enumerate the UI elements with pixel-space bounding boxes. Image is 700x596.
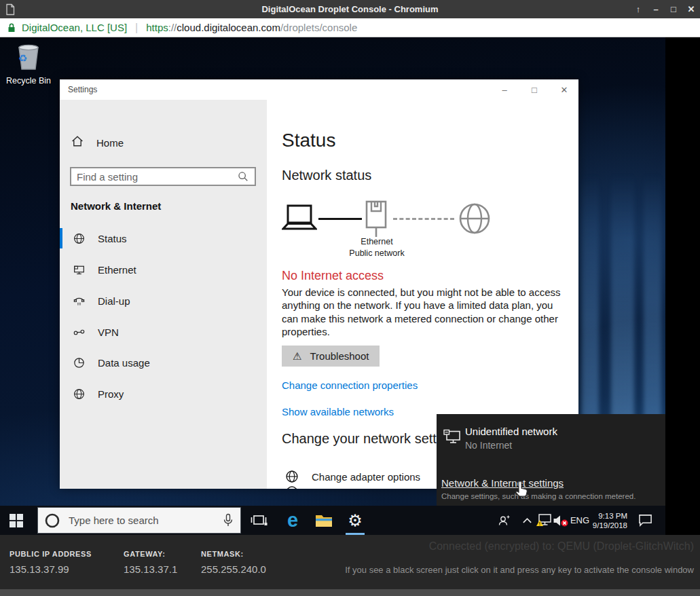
gear-icon: ⚙ (348, 513, 363, 529)
settings-maximize-icon[interactable]: □ (530, 85, 539, 95)
people-tray-button[interactable] (496, 506, 513, 535)
sidebar-item-vpn[interactable]: VPN (60, 320, 267, 343)
console-letterbox (665, 37, 700, 535)
sidebar-item-data-usage[interactable]: Data usage (60, 351, 267, 374)
keep-on-top-icon[interactable]: ↑ (633, 4, 643, 14)
clipped-item-label: Sharing options (312, 487, 382, 489)
sidebar-item-ethernet[interactable]: Ethernet (60, 258, 267, 281)
volume-tray-button[interactable] (551, 506, 570, 535)
clock-date: 9/19/2018 (593, 521, 627, 530)
laptop-icon (282, 204, 317, 234)
edge-browser-button[interactable]: e (277, 506, 308, 535)
data-usage-pie-icon (72, 356, 86, 369)
show-available-networks-link[interactable]: Show available networks (282, 406, 394, 417)
selected-accent-bar (60, 228, 62, 248)
recycle-bin-icon (4, 41, 53, 73)
sidebar-home-label: Home (96, 137, 124, 149)
home-icon (71, 134, 84, 151)
browser-urlbar[interactable]: DigitalOcean, LLC [US] | https://cloud.d… (0, 18, 700, 37)
url-slashes: :// (168, 22, 177, 33)
mouse-cursor-hand (515, 480, 530, 501)
clock[interactable]: 9:13 PM 9/19/2018 (589, 506, 627, 535)
search-icon[interactable] (237, 170, 249, 183)
action-center-icon (638, 513, 653, 527)
network-status-diagram (282, 199, 491, 238)
flyout-settings-hint: Change settings, such as making a connec… (441, 492, 635, 500)
url-scheme: https (146, 22, 168, 33)
tray-overflow-button[interactable] (519, 506, 535, 535)
sidebar-section-label: Network & Internet (71, 200, 161, 212)
settings-minimize-icon[interactable]: – (500, 85, 509, 95)
diagram-network-type: Public network (323, 248, 431, 258)
lock-icon (7, 22, 16, 33)
clipped-next-settings-item[interactable]: Sharing options (284, 485, 382, 489)
start-button[interactable] (0, 506, 33, 535)
change-adapter-options-item[interactable]: Change adapter options (284, 469, 420, 484)
cortana-icon[interactable] (44, 513, 60, 529)
speaker-muted-icon (552, 514, 570, 527)
network-internet-settings-link[interactable]: Network & Internet settings (441, 477, 564, 489)
change-connection-properties-link[interactable]: Change connection properties (282, 379, 418, 391)
troubleshoot-label: Troubleshoot (310, 350, 369, 362)
network-tray-button[interactable] (535, 506, 553, 535)
adapter-globe-icon (284, 469, 299, 484)
recycle-arrows-icon: ♻ (18, 52, 27, 64)
recycle-bin-label: Recycle Bin (4, 76, 53, 86)
sidebar-item-home[interactable]: Home (71, 134, 124, 151)
people-icon (497, 513, 512, 528)
dialup-phone-icon (72, 295, 86, 308)
sidebar-dialup-label: Dial-up (98, 295, 130, 307)
settings-app-button[interactable]: ⚙ (339, 506, 371, 535)
console-footer: PUBLIC IP ADDRESS 135.13.37.99 GATEWAY: … (0, 535, 700, 589)
settings-window-title: Settings (68, 85, 97, 94)
sidebar-item-dialup[interactable]: Dial-up (60, 289, 267, 312)
settings-search-box[interactable] (70, 167, 256, 186)
diagram-connection-name: Ethernet (323, 237, 431, 246)
netmask-label: NETMASK: (201, 550, 244, 558)
sharing-icon (284, 485, 299, 489)
settings-sidebar: Home Network & Internet S (60, 100, 267, 489)
microphone-icon[interactable] (223, 513, 234, 529)
troubleshoot-button[interactable]: ⚠ Troubleshoot (282, 346, 380, 367)
sidebar-status-label: Status (98, 233, 127, 244)
ev-certificate-org[interactable]: DigitalOcean, LLC [US] (22, 22, 127, 33)
status-globe-icon (72, 232, 86, 245)
urlbar-separator: | (135, 22, 138, 34)
change-network-settings-heading: Change your network settings (282, 431, 462, 447)
ethernet-icon (72, 263, 86, 276)
console-hint-text: If you see a black screen just click on … (345, 565, 694, 575)
sidebar-data-usage-label: Data usage (98, 357, 150, 369)
language-indicator[interactable]: ENG (569, 506, 591, 535)
windows-logo-icon (10, 514, 23, 527)
flyout-network-status: No Internet (465, 440, 512, 451)
task-view-button[interactable] (243, 506, 274, 535)
page-icon (5, 3, 15, 18)
minimize-icon[interactable]: – (651, 4, 661, 14)
maximize-icon[interactable]: □ (669, 4, 678, 14)
settings-close-icon[interactable]: ✕ (559, 85, 569, 95)
taskbar-search-input[interactable] (60, 515, 223, 526)
browser-titlebar: DigitalOcean Droplet Console - Chromium … (0, 0, 700, 18)
sidebar-item-status[interactable]: Status (60, 227, 267, 250)
ethernet-port-icon (363, 199, 389, 238)
gateway-value: 135.13.37.1 (124, 563, 177, 575)
close-icon[interactable]: ✕ (686, 4, 696, 14)
connection-line (318, 218, 362, 220)
clock-time: 9:13 PM (598, 511, 627, 521)
action-center-button[interactable] (631, 506, 659, 535)
warning-icon: ⚠ (293, 350, 301, 362)
sidebar-item-proxy[interactable]: Proxy (60, 382, 267, 405)
connection-status-text: Connected (encrypted) to: QEMU (Droplet-… (429, 540, 694, 553)
ethernet-network-icon (443, 429, 462, 449)
gateway-label: GATEWAY: (124, 550, 165, 558)
file-explorer-button[interactable] (308, 506, 339, 535)
vm-display[interactable]: ♻ Recycle Bin Settings – □ ✕ (0, 37, 700, 535)
settings-search-input[interactable] (71, 171, 237, 183)
droplet-console-screen: DigitalOcean Droplet Console - Chromium … (0, 0, 700, 596)
taskbar-search-box[interactable] (37, 507, 241, 534)
taskbar: e ⚙ (0, 506, 665, 535)
internet-globe-icon (458, 202, 491, 235)
folder-icon (314, 513, 333, 529)
settings-titlebar[interactable]: Settings – □ ✕ (60, 79, 578, 100)
recycle-bin-shortcut[interactable]: ♻ Recycle Bin (4, 41, 53, 86)
